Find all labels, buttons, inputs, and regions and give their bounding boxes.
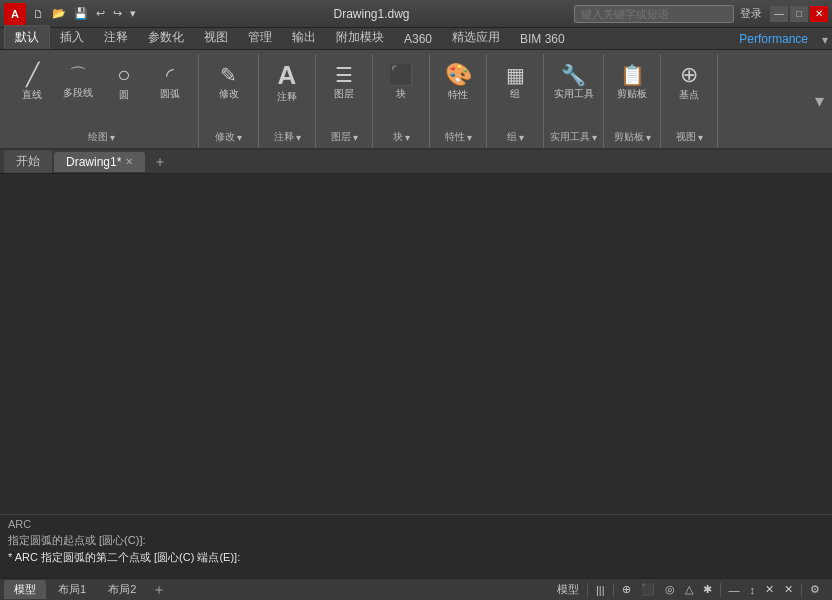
modify-tools: ✎ 修改: [207, 56, 251, 128]
tool-annotate-label: 注释: [277, 90, 297, 104]
window-controls: — □ ✕: [770, 6, 828, 22]
ribbon-group-layer: ☰ 图层 图层 ▾: [316, 54, 373, 148]
utilities-group-label: 实用工具 ▾: [550, 128, 597, 146]
tab-annotate[interactable]: 注释: [94, 26, 138, 49]
model-toggle[interactable]: 模型: [553, 580, 583, 599]
sel-btn[interactable]: ✕: [761, 581, 778, 598]
properties-group-label: 特性 ▾: [436, 128, 480, 146]
login-button[interactable]: 登录: [740, 6, 762, 21]
otrack-btn[interactable]: ✱: [699, 581, 716, 598]
redo-button[interactable]: ↪: [110, 5, 125, 22]
tab-default[interactable]: 默认: [4, 25, 50, 49]
tool-utilities[interactable]: 🔧 实用工具: [552, 56, 596, 110]
snap-btn[interactable]: ⊕: [618, 581, 635, 598]
undo-button[interactable]: ↩: [93, 5, 108, 22]
tab-parametric[interactable]: 参数化: [138, 26, 194, 49]
tool-arc-label: 圆弧: [160, 87, 180, 101]
tab-featured[interactable]: 精选应用: [442, 26, 510, 49]
new-button[interactable]: 🗋: [30, 6, 47, 22]
tab-output[interactable]: 输出: [282, 26, 326, 49]
tab-start-label: 开始: [16, 153, 40, 170]
block-tools: ⬛ 块: [379, 56, 423, 128]
osnap-btn[interactable]: △: [681, 581, 697, 598]
command-line1: 指定圆弧的起点或 [圆心(C)]:: [8, 533, 824, 548]
group-tools: ▦ 组: [493, 56, 537, 128]
tool-circle[interactable]: ○ 圆: [102, 56, 146, 110]
tab-bim360[interactable]: BIM 360: [510, 29, 575, 49]
search-input[interactable]: [574, 5, 734, 23]
tab-performance[interactable]: Performance: [729, 29, 818, 49]
tab-view[interactable]: 视图: [194, 26, 238, 49]
ribbon-group-utilities: 🔧 实用工具 实用工具 ▾: [544, 54, 604, 148]
polar-btn[interactable]: ◎: [661, 581, 679, 598]
tab-drawing1-close[interactable]: ✕: [125, 156, 133, 167]
arc-icon: ◜: [166, 65, 174, 85]
ribbon-options[interactable]: ▾: [822, 33, 828, 49]
layer-icon: ☰: [335, 65, 353, 85]
ribbon-collapse[interactable]: ▾: [815, 90, 824, 112]
tab-addmodule[interactable]: 附加模块: [326, 26, 394, 49]
layout-add-button[interactable]: ＋: [148, 581, 170, 599]
clipboard-group-label: 剪贴板 ▾: [610, 128, 654, 146]
tool-arc[interactable]: ◜ 圆弧: [148, 56, 192, 110]
tab-a360[interactable]: A360: [394, 29, 442, 49]
modify-icon: ✎: [220, 65, 237, 85]
tool-properties[interactable]: 🎨 特性: [436, 56, 480, 110]
tab-start[interactable]: 开始: [4, 150, 52, 173]
tab-layout2[interactable]: 布局2: [98, 580, 146, 599]
grid-btn[interactable]: |||: [592, 582, 609, 598]
lineweight-btn[interactable]: —: [725, 582, 744, 598]
app-logo: A: [4, 3, 26, 25]
tab-layout1[interactable]: 布局1: [48, 580, 96, 599]
minimize-button[interactable]: —: [770, 6, 788, 22]
tool-group-label: 组: [510, 87, 520, 101]
maximize-button[interactable]: □: [790, 6, 808, 22]
tool-clipboard[interactable]: 📋 剪贴板: [610, 56, 654, 110]
tool-basepoint[interactable]: ⊕ 基点: [667, 56, 711, 110]
ortho-btn[interactable]: ⬛: [637, 581, 659, 598]
basepoint-tools: ⊕ 基点: [667, 56, 711, 128]
save-button[interactable]: 💾: [71, 5, 91, 22]
modify-dropdown[interactable]: ▾: [237, 132, 242, 143]
ribbon-tabs: 默认 插入 注释 参数化 视图 管理 输出 附加模块 A360 精选应用 BIM…: [0, 28, 832, 50]
draw-group-dropdown[interactable]: ▾: [110, 132, 115, 143]
tool-clipboard-label: 剪贴板: [617, 87, 647, 101]
titlebar: A 🗋 📂 💾 ↩ ↪ ▾ Drawing1.dwg 登录 — □ ✕: [0, 0, 832, 28]
tool-group[interactable]: ▦ 组: [493, 56, 537, 110]
tab-manage[interactable]: 管理: [238, 26, 282, 49]
tool-layer[interactable]: ☰ 图层: [322, 56, 366, 110]
gear-btn[interactable]: ⚙: [806, 581, 824, 598]
tab-model[interactable]: 模型: [4, 580, 46, 599]
tool-line[interactable]: ╱ 直线: [10, 56, 54, 110]
block-group-label: 块 ▾: [379, 128, 423, 146]
quick-access-toolbar: 🗋 📂 💾 ↩ ↪ ▾: [30, 5, 139, 22]
block-icon: ⬛: [389, 65, 414, 85]
ribbon-group-clipboard: 📋 剪贴板 剪贴板 ▾: [604, 54, 661, 148]
tab-add-button[interactable]: ＋: [147, 151, 173, 173]
separator-3: [720, 583, 721, 597]
transparency-btn[interactable]: ↕: [746, 582, 760, 598]
properties-icon: 🎨: [445, 64, 472, 86]
ribbon-group-draw: ╱ 直线 ⌒ 多段线 ○ 圆 ◜ 圆弧 绘图 ▾: [4, 54, 199, 148]
doc-tabs: 开始 Drawing1* ✕ ＋: [0, 150, 832, 174]
tab-drawing1[interactable]: Drawing1* ✕: [54, 152, 145, 172]
command-line2: * ARC 指定圆弧的第二个点或 [圆心(C) 端点(E)]:: [8, 550, 824, 565]
ribbon-group-basepoint: ⊕ 基点 视图 ▾: [661, 54, 718, 148]
line-icon: ╱: [26, 64, 39, 86]
annotate-group-label: 注释 ▾: [265, 128, 309, 146]
close-button[interactable]: ✕: [810, 6, 828, 22]
tool-modify[interactable]: ✎ 修改: [207, 56, 251, 110]
main-area: [-][俯视][二维线框] — □ ✕: [0, 174, 832, 600]
ribbon-group-block: ⬛ 块 块 ▾: [373, 54, 430, 148]
tool-polyline[interactable]: ⌒ 多段线: [56, 56, 100, 110]
tool-annotate[interactable]: A 注释: [265, 56, 309, 110]
separator-4: [801, 583, 802, 597]
tool-basepoint-label: 基点: [679, 88, 699, 102]
anno-btn[interactable]: ✕: [780, 581, 797, 598]
tool-block[interactable]: ⬛ 块: [379, 56, 423, 110]
qa-dropdown[interactable]: ▾: [127, 5, 139, 22]
open-button[interactable]: 📂: [49, 5, 69, 22]
circle-icon: ○: [117, 64, 130, 86]
tool-circle-label: 圆: [119, 88, 129, 102]
tab-insert[interactable]: 插入: [50, 26, 94, 49]
